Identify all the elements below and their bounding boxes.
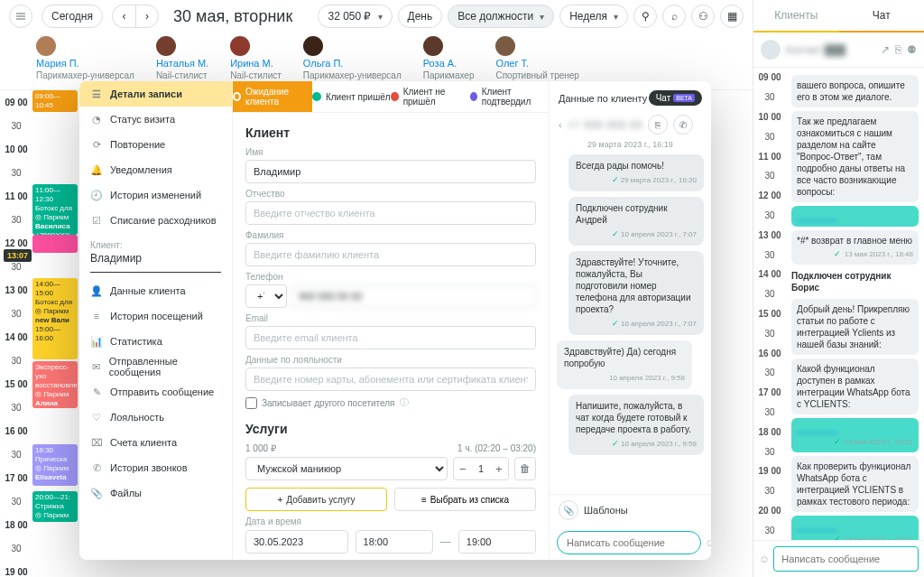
today-button[interactable]: Сегодня bbox=[42, 5, 103, 28]
time-label: 30 bbox=[753, 166, 786, 186]
modal-nav-item[interactable]: ✆История звонков bbox=[79, 455, 232, 480]
choose-from-list-button[interactable]: ≡Выбрать из списка bbox=[394, 488, 536, 511]
staff-name[interactable]: Роза А. bbox=[423, 58, 475, 69]
modal-nav-item[interactable]: 📎Файлы bbox=[79, 480, 232, 506]
phone-input[interactable] bbox=[291, 284, 536, 308]
modal-nav-item[interactable]: ⟳Повторение bbox=[79, 132, 232, 157]
modal-nav-item[interactable]: ♡Лояльность bbox=[79, 405, 232, 430]
surname-input[interactable] bbox=[245, 243, 536, 266]
back-icon[interactable]: ‹ bbox=[559, 119, 562, 130]
staff-role: Спортивный тренер bbox=[495, 70, 578, 80]
delete-service-button[interactable]: 🗑 bbox=[514, 457, 536, 480]
tab-clients[interactable]: Клиенты bbox=[753, 0, 839, 31]
view-week-button[interactable]: Неделя▾ bbox=[559, 5, 628, 28]
calendar-event[interactable]: 14:00—15:00Ботокс для◎ Парикмnew Вали15:… bbox=[32, 278, 78, 359]
calendar-event[interactable] bbox=[32, 235, 78, 253]
modal-nav-item[interactable]: 📊Статистика bbox=[79, 329, 232, 354]
call-icon[interactable]: ✆ bbox=[673, 115, 693, 135]
other-visitor-checkbox[interactable] bbox=[245, 397, 257, 409]
services-section-title: Услуги bbox=[245, 422, 536, 436]
calendar-event[interactable]: 18:30Прическа◎ ПарикмElisaveta bbox=[32, 444, 78, 486]
share-icon[interactable]: ↗ bbox=[881, 43, 890, 56]
staff-member[interactable]: Ольга П. Парикмахер-универсал bbox=[303, 36, 402, 80]
staff-role: Парикмахер-универсал bbox=[36, 70, 134, 80]
menu-button[interactable] bbox=[9, 5, 32, 28]
next-day-button[interactable]: › bbox=[135, 5, 159, 28]
status-tab[interactable]: Клиент подтвердил bbox=[470, 81, 550, 112]
modal-nav-item[interactable]: ✉Отправленные сообщения bbox=[79, 354, 232, 379]
staff-member[interactable]: Наталья М. Nail-стилист bbox=[156, 36, 208, 80]
avatar bbox=[230, 36, 250, 56]
time-from-input[interactable] bbox=[356, 530, 433, 554]
email-input[interactable] bbox=[245, 326, 536, 349]
search-button[interactable]: ⌕ bbox=[662, 5, 686, 28]
user-minus-icon[interactable]: ⚉ bbox=[907, 43, 917, 56]
patronymic-label: Отчество bbox=[245, 189, 536, 199]
name-input[interactable] bbox=[245, 160, 536, 183]
calendar-event[interactable]: 20:00—21:Стрижка◎ Парикм bbox=[32, 491, 78, 522]
copy-icon[interactable]: ⎘ bbox=[895, 43, 901, 56]
templates-label[interactable]: Шаблоны bbox=[584, 505, 628, 516]
qty-plus[interactable]: + bbox=[490, 458, 508, 479]
modal-nav-item[interactable]: ✎Отправить сообщение bbox=[79, 379, 232, 405]
copy-icon[interactable]: ⎘ bbox=[648, 115, 668, 135]
time-label: 30 bbox=[753, 442, 786, 461]
tab-chat[interactable]: Чат bbox=[839, 0, 925, 33]
nav-icon: ✎ bbox=[90, 386, 103, 398]
nav-icon: ⌧ bbox=[90, 436, 103, 449]
status-dot-icon bbox=[233, 92, 241, 101]
staff-name[interactable]: Ирина М. bbox=[230, 58, 282, 69]
staff-member[interactable]: Мария П. Парикмахер-универсал bbox=[36, 36, 134, 80]
modal-nav-item[interactable]: 🔔Уведомления bbox=[79, 157, 232, 182]
message-bubble: *#* возврат в главное меню✓13 мая 2023 г… bbox=[791, 230, 919, 265]
loyalty-input[interactable] bbox=[245, 368, 536, 391]
calendar-event[interactable]: 09:00—10:45Стрижка◎ ПарикмАлиса+7000XXX bbox=[32, 90, 78, 112]
phone-code-select[interactable]: +7 bbox=[245, 284, 287, 308]
time-label: 09 00 bbox=[0, 90, 32, 114]
emoji-icon[interactable]: ☺ bbox=[759, 553, 770, 565]
quantity-stepper[interactable]: −1+ bbox=[453, 457, 509, 480]
view-day-button[interactable]: День bbox=[398, 5, 443, 28]
time-label: 16 00 bbox=[0, 419, 32, 442]
grid-button[interactable]: ▦ bbox=[720, 5, 744, 28]
staff-member[interactable]: Ирина М. Nail-стилист bbox=[230, 36, 282, 80]
status-tab[interactable]: Клиент пришёл bbox=[312, 81, 392, 112]
prev-day-button[interactable]: ‹ bbox=[112, 5, 135, 28]
filter-button[interactable]: ⚲ bbox=[633, 5, 657, 28]
modal-nav-item[interactable]: ⌧Счета клиента bbox=[79, 430, 232, 455]
status-tab[interactable]: Клиент не пришёл bbox=[391, 81, 470, 112]
attach-icon[interactable]: 📎 bbox=[559, 500, 578, 520]
message-bubble: Какой функционал доступен в рамках интег… bbox=[791, 358, 919, 414]
sidebar-message-input[interactable] bbox=[773, 546, 919, 572]
service-select[interactable]: Мужской маникюр bbox=[245, 457, 448, 480]
price-button[interactable]: 32 050 ₽▾ bbox=[318, 5, 392, 28]
modal-nav-item[interactable]: 👤Данные клиента bbox=[79, 278, 232, 303]
users-button[interactable]: ⚇ bbox=[691, 5, 715, 28]
staff-member[interactable]: Роза А. Парикмахер bbox=[423, 36, 475, 80]
staff-member[interactable]: Олег Т. Спортивный тренер bbox=[495, 36, 578, 80]
modal-message-input[interactable] bbox=[557, 531, 701, 554]
add-service-button[interactable]: +Добавить услугу bbox=[245, 488, 387, 511]
modal-nav-item[interactable]: 🕘История изменений bbox=[79, 182, 232, 208]
modal-nav-item[interactable]: ◔Статус визита bbox=[79, 107, 232, 132]
staff-name[interactable]: Мария П. bbox=[36, 58, 134, 69]
modal-nav-item[interactable]: ☰Детали записи bbox=[79, 81, 232, 107]
calendar-event[interactable]: 11:00—12:30Ботокс для◎ ПарикмВасилиса+70… bbox=[32, 184, 78, 235]
date-input[interactable] bbox=[245, 530, 348, 554]
calendar-event[interactable]: Экспресс-уховосстановле◎ ПарикмАлина+700… bbox=[32, 361, 78, 408]
time-to-input[interactable] bbox=[458, 530, 536, 554]
qty-value: 1 bbox=[472, 463, 490, 474]
staff-role: Nail-стилист bbox=[230, 70, 282, 80]
qty-minus[interactable]: − bbox=[454, 458, 472, 479]
staff-name[interactable]: Наталья М. bbox=[156, 58, 208, 69]
emoji-icon[interactable]: ☺ bbox=[705, 536, 711, 549]
patronymic-input[interactable] bbox=[245, 201, 536, 225]
chat-badge[interactable]: ЧатBETA bbox=[649, 90, 702, 106]
modal-nav-item[interactable]: ☑Списание расходников bbox=[79, 208, 232, 233]
time-label: 19 00 bbox=[753, 461, 786, 481]
positions-filter[interactable]: Все должности▾ bbox=[448, 5, 554, 28]
staff-name[interactable]: Олег Т. bbox=[495, 58, 578, 69]
staff-name[interactable]: Ольга П. bbox=[303, 58, 402, 69]
modal-nav-item[interactable]: ≡История посещений bbox=[79, 303, 232, 329]
status-tab[interactable]: Ожидание клиента bbox=[233, 81, 312, 112]
